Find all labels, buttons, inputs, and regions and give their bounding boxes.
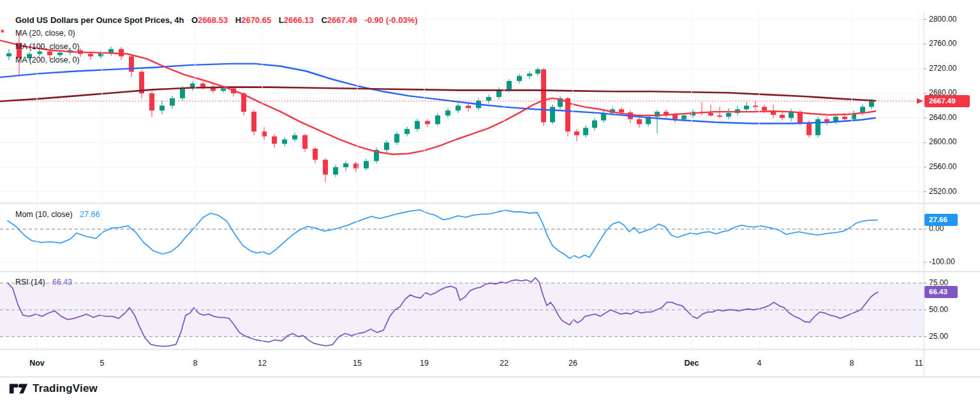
time-axis[interactable]	[0, 350, 924, 377]
date-tick-label: 5	[100, 359, 105, 368]
rsi-level-label: 75.00	[929, 278, 948, 287]
date-tick-label: 12	[258, 359, 267, 368]
date-tick-label: 4	[757, 359, 762, 368]
legend-ma100-label: MA (100, close, 0)	[15, 42, 80, 51]
svg-text:*: *	[1, 27, 4, 38]
tradingview-logo-icon	[9, 381, 28, 396]
momentum-label: Mom (10, close)	[15, 210, 73, 219]
last-price-badge: 2667.49	[924, 95, 970, 107]
price-tick-label: 2520.00	[929, 187, 956, 196]
date-tick-label: 8	[850, 359, 854, 368]
date-tick-label: 15	[353, 359, 362, 368]
price-tick-label: 2640.00	[929, 113, 956, 122]
close-value: 2667.49	[327, 15, 357, 25]
date-tick-label: Nov	[29, 359, 45, 368]
date-tick-label: 19	[420, 359, 429, 368]
legend-ma20[interactable]: MA (20, close, 0)	[15, 29, 75, 38]
price-tick-label: 2560.00	[929, 162, 956, 171]
tradingview-attribution[interactable]: TradingView	[9, 381, 98, 396]
momentum-value-badge: 27.66	[924, 214, 958, 226]
momentum-level-label: -100.00	[929, 257, 955, 266]
rsi-legend[interactable]: RSI (14) 66.43	[15, 276, 72, 287]
price-tick-label: 2600.00	[929, 137, 956, 146]
close-label: C	[321, 15, 327, 25]
date-tick-label: 11	[915, 359, 923, 368]
rsi-value-badge: 66.43	[924, 286, 958, 298]
symbol-title: Gold US Dollars per Ounce Spot Prices, 4…	[15, 15, 184, 25]
date-tick-label: 22	[500, 359, 509, 368]
open-value: 2668.53	[198, 15, 228, 25]
momentum-legend[interactable]: Mom (10, close) 27.66	[15, 208, 100, 220]
rsi-value: 66.43	[52, 278, 72, 287]
chart-window: * Gold US Dollars per Ounce Spot Prices,…	[0, 0, 980, 404]
symbol-legend-row[interactable]: Gold US Dollars per Ounce Spot Prices, 4…	[15, 15, 417, 25]
date-tick-label: 8	[193, 359, 198, 368]
price-tick-label: 2720.00	[929, 64, 956, 73]
momentum-value: 27.66	[80, 210, 100, 219]
price-tick-label: 2800.00	[929, 15, 956, 24]
price-tick-label: 2760.00	[929, 39, 956, 48]
change-value: -0.90 (-0.03%)	[364, 15, 417, 25]
high-value: 2670.65	[241, 15, 271, 25]
chart-canvas[interactable]: *	[0, 0, 980, 404]
legend-ma200-label: MA (200, close, 0)	[15, 56, 80, 64]
date-tick-label: 26	[568, 359, 577, 368]
tradingview-logo-text: TradingView	[33, 382, 98, 395]
legend-ma100[interactable]: MA (100, close, 0)	[15, 42, 80, 51]
legend-ma200[interactable]: MA (200, close, 0)	[15, 56, 80, 64]
open-label: O	[191, 15, 198, 25]
legend-ma20-label: MA (20, close, 0)	[15, 29, 75, 38]
rsi-level-label: 25.00	[929, 332, 948, 341]
date-tick-label: Dec	[685, 359, 699, 368]
rsi-label: RSI (14)	[15, 278, 45, 287]
high-label: H	[235, 15, 241, 25]
low-label: L	[279, 15, 284, 25]
low-value: 2666.13	[284, 15, 314, 25]
rsi-level-label: 50.00	[929, 305, 948, 314]
